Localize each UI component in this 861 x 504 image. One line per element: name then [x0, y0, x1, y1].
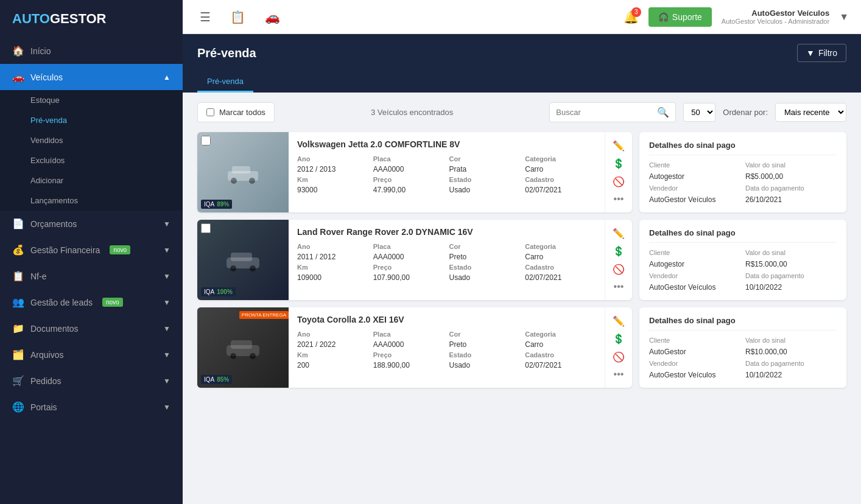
signal-valor-label: Valor do sinal — [745, 249, 837, 256]
iqa-percent-3: 85% — [217, 376, 229, 383]
svg-point-7 — [250, 265, 256, 271]
subnav-item-estoque[interactable]: Estoque — [0, 90, 183, 110]
page-title: Pré-venda — [197, 46, 256, 60]
edit-button-1[interactable]: ✏️ — [610, 138, 627, 154]
signal-cliente-label: Cliente — [649, 337, 740, 344]
sidebar-item-orcamentos[interactable]: 📄 Orçamentos ▼ — [0, 211, 183, 237]
sidebar-item-pedidos[interactable]: 🛒 Pedidos ▼ — [0, 368, 183, 394]
vehicle-title-3: Toyota Corolla 2.0 XEI 16V — [297, 315, 596, 324]
field-km-value: 109000 — [297, 273, 368, 282]
subnav-item-lancamentos[interactable]: Lançamentos — [0, 191, 183, 211]
subnav-item-adicionar[interactable]: Adicionar — [0, 170, 183, 191]
dollar-button-2[interactable]: 💲 — [610, 243, 627, 259]
per-page-select[interactable]: 50 — [683, 103, 715, 122]
sidebar-item-inicio[interactable]: 🏠 Início — [0, 38, 183, 64]
field-categoria-value: Carro — [525, 165, 596, 173]
copy-icon[interactable]: 📋 — [225, 5, 250, 29]
iqa-percent-1: 89% — [217, 201, 229, 208]
signal-vendedor-label: Vendedor — [649, 272, 740, 279]
signal-vendedor-value: AutoGestor Veículos — [649, 371, 740, 379]
sidebar-item-gestao-leads[interactable]: 👥 Gestão de leads novo ▼ — [0, 289, 183, 315]
field-placa-value: AAA0000 — [373, 253, 445, 261]
sidebar-item-arquivos[interactable]: 🗂️ Arquivos ▼ — [0, 341, 183, 368]
svg-rect-5 — [231, 253, 252, 261]
user-info: AutoGestor Veículos AutoGestor Veículos … — [722, 9, 829, 25]
leads-icon: 👥 — [12, 296, 24, 308]
more-button-2[interactable]: ••• — [611, 279, 627, 295]
menu-icon[interactable]: ☰ — [195, 5, 216, 29]
cancel-button-3[interactable]: 🚫 — [610, 349, 627, 365]
edit-button-2[interactable]: ✏️ — [610, 225, 627, 242]
svg-rect-9 — [231, 340, 252, 349]
sidebar-item-documentos[interactable]: 📁 Documentos ▼ — [0, 315, 183, 341]
signal-valor-value: R$15.000,00 — [745, 260, 837, 268]
field-placa-label: Placa — [373, 331, 445, 338]
vehicle-fields-3: Ano Placa Cor Categoria 2021 / 2022 AAA0… — [297, 331, 596, 369]
tab-pre-venda[interactable]: Pré-venda — [197, 72, 253, 93]
suporte-button[interactable]: 🎧 Suporte — [648, 7, 712, 27]
signal-grid-2: Cliente Valor do sinal Autogestor R$15.0… — [649, 249, 837, 292]
field-placa-label: Placa — [373, 155, 445, 163]
vehicle-checkbox-1[interactable] — [201, 136, 211, 145]
signal-vendedor-value: AutoGestor Veículos — [649, 195, 740, 204]
sidebar-item-gestao-financeira[interactable]: 💰 Gestão Financeira novo ▼ — [0, 237, 183, 263]
field-estado-value: Usado — [449, 273, 521, 282]
search-box: 🔍 — [549, 102, 676, 122]
signal-valor-label: Valor do sinal — [745, 161, 837, 169]
field-cadastro-value: 02/07/2021 — [525, 361, 596, 369]
cancel-button-2[interactable]: 🚫 — [610, 261, 627, 278]
cancel-button-1[interactable]: 🚫 — [610, 173, 627, 190]
svg-point-2 — [231, 178, 237, 184]
vehicle-card-1: IQA 89% Volkswagen Jetta 2.0 COMFORTLINE… — [197, 132, 632, 212]
field-preco-value: 107.900,00 — [373, 273, 445, 282]
order-select[interactable]: Mais recente — [775, 103, 846, 122]
notif-count: 3 — [631, 7, 641, 17]
sidebar-item-veiculos[interactable]: 🚗 Veículos ▲ — [0, 64, 183, 90]
field-ano-label: Ano — [297, 331, 368, 338]
sidebar-item-label: Documentos — [30, 324, 79, 334]
mark-all-checkbox[interactable] — [206, 108, 214, 116]
field-cor-value: Preto — [449, 253, 521, 261]
filter-button[interactable]: ▼ Filtro — [797, 44, 846, 62]
car-icon[interactable]: 🚗 — [260, 5, 285, 29]
vehicle-row: IQA 89% Volkswagen Jetta 2.0 COMFORTLINE… — [197, 132, 846, 212]
car-silhouette-icon — [225, 248, 261, 272]
field-km-value: 200 — [297, 361, 368, 369]
sidebar-item-label: Gestão de leads — [30, 298, 93, 307]
field-categoria-label: Categoria — [525, 155, 596, 163]
page-header: Pré-venda ▼ Filtro — [183, 34, 861, 72]
home-icon: 🏠 — [12, 45, 24, 57]
orders-icon: 🛒 — [12, 375, 24, 387]
field-cadastro-label: Cadastro — [525, 176, 596, 183]
sidebar-item-portais[interactable]: 🌐 Portais ▼ — [0, 394, 183, 420]
sidebar-item-label: Gestão Financeira — [30, 245, 100, 255]
field-preco-label: Preço — [373, 351, 445, 359]
sidebar-item-nfe[interactable]: 📋 Nf-e ▼ — [0, 263, 183, 289]
subnav-item-excluidos[interactable]: Excluídos — [0, 150, 183, 170]
more-button-3[interactable]: ••• — [611, 366, 627, 382]
edit-button-3[interactable]: ✏️ — [610, 313, 627, 329]
search-icon: 🔍 — [657, 107, 669, 118]
dollar-button-1[interactable]: 💲 — [610, 155, 627, 172]
user-menu-chevron[interactable]: ▼ — [839, 12, 849, 23]
sidebar-item-label: Arquivos — [30, 350, 63, 360]
car-icon: 🚗 — [12, 71, 24, 83]
dollar-button-3[interactable]: 💲 — [610, 331, 627, 347]
field-cor-label: Cor — [449, 243, 521, 250]
notification-bell[interactable]: 🔔 3 — [624, 10, 639, 24]
vehicle-checkbox-2[interactable] — [201, 223, 211, 233]
signal-grid-3: Cliente Valor do sinal AutoGestor R$10.0… — [649, 337, 837, 379]
subnav-item-vendidos[interactable]: Vendidos — [0, 130, 183, 150]
mark-all-button[interactable]: Marcar todos — [197, 102, 275, 122]
more-button-1[interactable]: ••• — [611, 191, 627, 207]
vehicle-title-1: Volkswagen Jetta 2.0 COMFORTLINE 8V — [297, 139, 596, 149]
car-silhouette-icon — [225, 160, 261, 184]
search-input[interactable] — [556, 108, 653, 117]
subnav-item-pre-venda[interactable]: Pré-venda — [0, 110, 183, 130]
archive-icon: 🗂️ — [12, 349, 24, 360]
field-preco-value: 188.900,00 — [373, 361, 445, 369]
user-name: AutoGestor Veículos — [722, 9, 829, 18]
car-silhouette-icon — [225, 335, 261, 360]
chevron-down-icon: ▼ — [163, 351, 170, 359]
vehicle-actions-2: ✏️ 💲 🚫 ••• — [605, 220, 632, 300]
